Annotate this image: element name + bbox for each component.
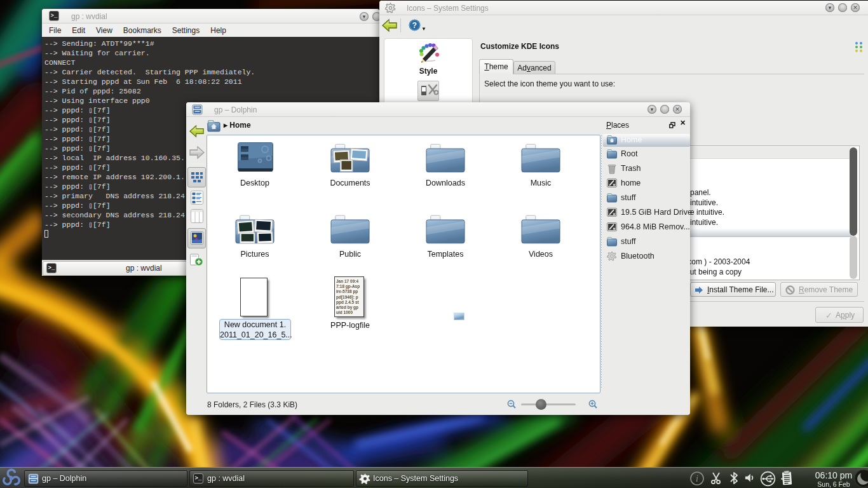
svg-text:?: ? xyxy=(412,21,417,30)
svg-text:i: i xyxy=(696,474,698,484)
